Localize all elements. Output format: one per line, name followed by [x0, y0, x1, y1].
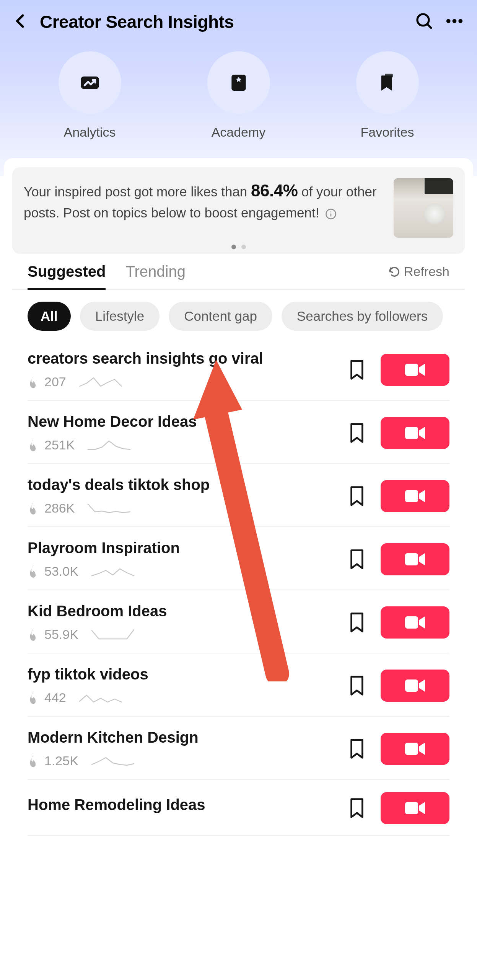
bookmark-icon: [348, 359, 365, 380]
bookmark-button[interactable]: [348, 798, 365, 818]
record-button[interactable]: [381, 606, 449, 639]
record-button[interactable]: [381, 543, 449, 575]
topic-title: fyp tiktok videos: [28, 666, 348, 683]
svg-rect-19: [405, 616, 418, 629]
video-camera-icon: [405, 741, 425, 756]
favorites-icon: [377, 72, 398, 93]
insight-text: Your inspired post got more likes than 8…: [24, 178, 385, 223]
bookmark-icon: [348, 612, 365, 633]
more-button[interactable]: [444, 11, 465, 33]
insight-card[interactable]: Your inspired post got more likes than 8…: [12, 167, 465, 254]
bookmark-button[interactable]: [348, 359, 365, 380]
tab-suggested[interactable]: Suggested: [28, 263, 106, 289]
video-camera-icon: [405, 552, 425, 567]
filter-all[interactable]: All: [28, 302, 71, 331]
svg-rect-13: [405, 427, 418, 439]
quicknav-academy[interactable]: Academy: [207, 51, 270, 140]
topic-meta: 1.25K: [28, 753, 348, 768]
topic-row[interactable]: today's deals tiktok shop286K: [28, 464, 449, 527]
topic-meta: 442: [28, 690, 348, 705]
insight-text-before: Your inspired post got more likes than: [24, 184, 251, 199]
record-button[interactable]: [381, 354, 449, 386]
flame-icon: [28, 565, 39, 578]
svg-rect-25: [405, 802, 418, 814]
topic-row[interactable]: fyp tiktok videos442: [28, 653, 449, 717]
page-title: Creator Search Insights: [40, 11, 404, 32]
topic-count: 1.25K: [44, 753, 78, 768]
academy-icon: [228, 72, 249, 93]
quicknav-favorites[interactable]: Favorites: [356, 51, 419, 140]
flame-icon: [28, 438, 39, 451]
search-button[interactable]: [415, 12, 433, 32]
svg-marker-24: [419, 743, 425, 755]
topic-title: Playroom Inspiration: [28, 539, 348, 557]
quicknav-label: Academy: [212, 125, 266, 140]
bookmark-icon: [348, 549, 365, 570]
filter-followers[interactable]: Searches by followers: [282, 302, 443, 331]
academy-icon-wrap: [207, 51, 270, 114]
topic-row[interactable]: Home Remodeling Ideas: [28, 780, 449, 836]
quicknav-label: Favorites: [361, 125, 414, 140]
bookmark-button[interactable]: [348, 486, 365, 506]
flame-icon: [28, 501, 39, 514]
sparkline: [78, 690, 124, 705]
svg-marker-26: [419, 802, 425, 814]
topic-count: 251K: [44, 438, 75, 452]
bookmark-icon: [348, 798, 365, 818]
video-camera-icon: [405, 678, 425, 693]
refresh-button[interactable]: Refresh: [389, 264, 449, 288]
sparkline: [90, 627, 136, 642]
topic-row[interactable]: Playroom Inspiration53.0K: [28, 527, 449, 590]
svg-rect-17: [405, 553, 418, 565]
chevron-left-icon: [12, 13, 29, 29]
tab-trending[interactable]: Trending: [125, 263, 185, 289]
quicknav-label: Analytics: [63, 125, 116, 140]
record-button[interactable]: [381, 792, 449, 824]
record-button[interactable]: [381, 417, 449, 449]
topic-row[interactable]: creators search insights go viral207: [28, 338, 449, 401]
video-camera-icon: [405, 425, 425, 441]
topic-title: Modern Kitchen Design: [28, 729, 348, 746]
svg-rect-23: [405, 743, 418, 755]
bookmark-button[interactable]: [348, 738, 365, 759]
bookmark-icon: [348, 486, 365, 506]
info-icon[interactable]: [325, 208, 337, 220]
topic-title: New Home Decor Ideas: [28, 413, 348, 430]
flame-icon: [28, 628, 39, 641]
bookmark-button[interactable]: [348, 549, 365, 570]
svg-marker-12: [419, 364, 425, 376]
record-button[interactable]: [381, 733, 449, 765]
bookmark-button[interactable]: [348, 675, 365, 696]
topic-row[interactable]: Modern Kitchen Design1.25K: [28, 717, 449, 780]
topic-title: Home Remodeling Ideas: [28, 796, 348, 813]
bookmark-button[interactable]: [348, 612, 365, 633]
filter-lifestyle[interactable]: Lifestyle: [80, 302, 160, 331]
topic-meta: 207: [28, 374, 348, 389]
svg-point-2: [446, 19, 451, 23]
topic-row[interactable]: Kid Bedroom Ideas55.9K: [28, 590, 449, 653]
quicknav-analytics[interactable]: Analytics: [59, 51, 121, 140]
topic-title: today's deals tiktok shop: [28, 476, 348, 493]
flame-icon: [28, 375, 39, 388]
pager-dot[interactable]: [241, 245, 246, 249]
topic-count: 53.0K: [44, 564, 78, 579]
svg-point-4: [458, 19, 462, 23]
svg-marker-14: [419, 427, 425, 439]
flame-icon: [28, 754, 39, 767]
topic-row[interactable]: New Home Decor Ideas251K: [28, 401, 449, 464]
svg-marker-18: [419, 553, 425, 565]
bookmark-button[interactable]: [348, 423, 365, 443]
refresh-icon: [389, 266, 400, 278]
filter-content-gap[interactable]: Content gap: [169, 302, 272, 331]
record-button[interactable]: [381, 480, 449, 512]
bookmark-icon: [348, 675, 365, 696]
pager-dot[interactable]: [231, 245, 236, 249]
insight-percent: 86.4%: [251, 181, 298, 200]
back-button[interactable]: [12, 13, 29, 31]
record-button[interactable]: [381, 670, 449, 702]
svg-point-10: [330, 211, 332, 212]
topic-title: creators search insights go viral: [28, 350, 348, 367]
ellipsis-icon: [444, 11, 465, 31]
svg-rect-11: [405, 364, 418, 376]
sparkline: [78, 374, 124, 389]
